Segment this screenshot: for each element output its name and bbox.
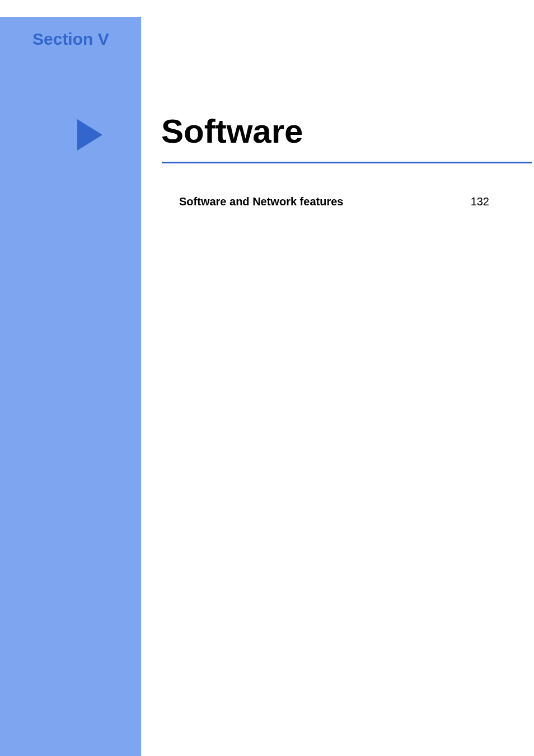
toc-entry-page: 132	[471, 195, 489, 208]
toc-entry-title: Software and Network features	[179, 195, 343, 208]
page-title: Software	[161, 112, 303, 151]
toc-entry: Software and Network features 132	[179, 195, 489, 208]
triangle-right-icon	[77, 119, 102, 151]
sidebar-accent-bar	[0, 17, 141, 756]
title-underline	[162, 162, 532, 163]
section-label: Section V	[32, 30, 109, 49]
